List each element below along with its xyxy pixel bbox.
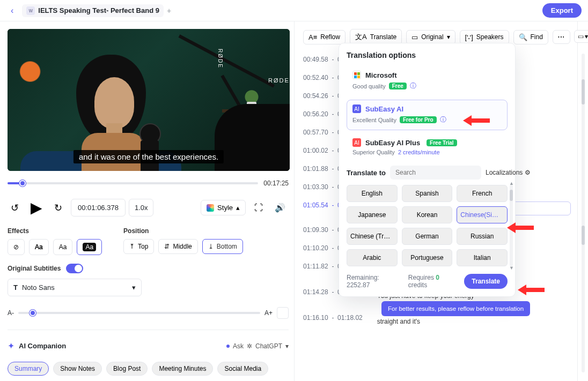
- ai-tab-blog-post[interactable]: Blog Post: [106, 362, 148, 376]
- editor-tab[interactable]: w IELTS Speaking Test- Perfect Band 9: [22, 4, 164, 17]
- subtitle-timestamp: 01:00.02 - 0: [303, 147, 341, 154]
- language-option[interactable]: Portuguese: [402, 249, 453, 266]
- effect-invert[interactable]: Aa: [77, 239, 102, 255]
- language-option[interactable]: Korean: [402, 206, 453, 223]
- font-color-picker[interactable]: [277, 307, 289, 319]
- subtitle-timestamp: 01:16.10 - 01:18.02: [303, 314, 363, 322]
- reflow-button[interactable]: A≡Reflow: [303, 30, 346, 44]
- more-button[interactable]: ···: [553, 30, 570, 44]
- language-option[interactable]: German: [402, 228, 453, 245]
- subtitle-timestamp: 00:54.26 - 0: [303, 92, 341, 100]
- style-button[interactable]: Style ▴: [201, 200, 246, 215]
- info-icon[interactable]: ⓘ: [440, 115, 446, 124]
- ai-tab-meeting-minutes[interactable]: Meeting Minutes: [152, 362, 213, 376]
- language-option[interactable]: English: [347, 185, 398, 202]
- language-option[interactable]: Arabic: [347, 249, 398, 266]
- view-mode-button[interactable]: ▭▾: [574, 30, 588, 43]
- scrollbar-thumb-2[interactable]: [582, 226, 585, 245]
- effects-title: Effects: [8, 227, 102, 235]
- subeasy-ai-icon: AI: [352, 104, 361, 113]
- effect-plain[interactable]: Aa: [53, 239, 73, 255]
- subtitle-timestamp: 00:49.58 - 0: [303, 56, 341, 63]
- language-option[interactable]: Russian: [457, 228, 508, 245]
- rewind-button[interactable]: ↺: [8, 199, 22, 217]
- video-preview[interactable]: RØDE RØDE and it was one of the best exp…: [8, 29, 290, 171]
- subtitle-text[interactable]: straight and it's: [372, 314, 571, 329]
- timecode-input[interactable]: 00:01:06.378: [71, 199, 126, 216]
- scrollbar[interactable]: [582, 54, 585, 372]
- find-button[interactable]: 🔍Find: [513, 30, 548, 44]
- forward-button[interactable]: ↻: [51, 199, 65, 217]
- remaining-label: Remaining: 2252.87: [347, 274, 403, 289]
- back-button[interactable]: ‹: [6, 4, 18, 18]
- original-select[interactable]: ▭Original▾: [406, 30, 455, 44]
- ai-tab-summary[interactable]: Summary: [8, 362, 49, 376]
- original-subtitles-label: Original Subtitles: [8, 265, 61, 272]
- option-microsoft[interactable]: Microsoft Good quality Free ⓘ: [347, 66, 508, 96]
- language-option[interactable]: Italian: [457, 249, 508, 266]
- scroll-down-icon[interactable]: ▼: [509, 265, 514, 271]
- ask-label: Ask: [233, 342, 244, 350]
- subtitle-timestamp: 01:01.88 - 0: [303, 165, 341, 173]
- search-icon: 🔍: [519, 33, 527, 41]
- font-size-knob[interactable]: [30, 310, 36, 316]
- card-icon: ▭: [578, 33, 584, 40]
- ban-icon: ⊘: [13, 243, 19, 251]
- chevron-down-icon: ▾: [447, 33, 450, 41]
- export-button[interactable]: Export: [542, 3, 582, 18]
- subtitle-timestamp: 01:05.54 - 0: [303, 201, 341, 209]
- add-tab-button[interactable]: +: [167, 6, 171, 15]
- effect-outline[interactable]: Aa: [29, 239, 49, 255]
- play-button[interactable]: ▶: [27, 196, 46, 220]
- speakers-button[interactable]: [∵]Speakers: [460, 30, 509, 44]
- language-option[interactable]: Chinese(Simpl...: [457, 206, 508, 223]
- language-option[interactable]: Chinese (Tradi...: [347, 228, 398, 245]
- subtitle-timestamp: 00:56.20 - 0: [303, 110, 341, 118]
- translate-confirm-button[interactable]: Translate: [464, 274, 508, 289]
- requires-label: Requires 0 credits: [408, 274, 459, 289]
- info-icon[interactable]: ⓘ: [410, 81, 416, 91]
- subtitle-row[interactable]: 01:16.10 - 01:18.02straight and it's: [303, 314, 571, 329]
- align-top-icon: ⤒: [129, 243, 135, 250]
- translation-popover: Translation options Microsoft Good quali…: [339, 43, 516, 297]
- popover-title: Translation options: [347, 51, 508, 59]
- align-middle-icon: ⇵: [164, 243, 170, 250]
- annotation-arrow-1: [463, 113, 490, 129]
- ai-tab-social-media[interactable]: Social Media: [217, 362, 268, 376]
- position-middle[interactable]: ⇵Middle: [158, 239, 197, 254]
- effect-none[interactable]: ⊘: [8, 239, 25, 255]
- language-option[interactable]: French: [457, 185, 508, 202]
- tab-title: IELTS Speaking Test- Perfect Band 9: [38, 6, 159, 14]
- subtitle-timestamp: 00:52.40 - 0: [303, 74, 341, 81]
- fullscreen-button[interactable]: ⛶: [251, 200, 266, 216]
- volume-button[interactable]: 🔊: [271, 199, 289, 216]
- position-top[interactable]: ⤒Top: [123, 239, 154, 254]
- chevron-up-icon: ▴: [236, 204, 240, 212]
- original-subtitles-toggle[interactable]: [66, 264, 83, 273]
- provider-name: ChatGPT: [255, 342, 282, 350]
- sparkle-icon: ✦: [8, 341, 14, 351]
- speed-select[interactable]: 1.0x: [129, 199, 154, 216]
- annotation-arrow-2: [507, 220, 534, 236]
- seek-bar[interactable]: [8, 182, 258, 184]
- language-option[interactable]: Japanese: [347, 206, 398, 223]
- style-icon: [207, 204, 214, 212]
- subeasy-ai-plus-icon: AI: [352, 138, 361, 147]
- font-size-slider[interactable]: [18, 312, 260, 314]
- position-bottom[interactable]: ⤓Bottom: [202, 239, 243, 254]
- font-select[interactable]: T Noto Sans ▾: [8, 279, 142, 296]
- align-bottom-icon: ⤓: [208, 243, 214, 250]
- chevron-down-icon[interactable]: ▾: [285, 342, 289, 350]
- svg-marker-1: [507, 222, 534, 233]
- brand-rode-2: RØDE: [268, 77, 290, 84]
- localizations-button[interactable]: Localizations⚙: [486, 169, 531, 176]
- decor-foreground: [215, 104, 290, 171]
- sliders-icon: ⚙: [525, 169, 531, 176]
- seek-knob[interactable]: [19, 180, 26, 186]
- scrollbar-thumb[interactable]: [582, 79, 585, 105]
- language-search-input[interactable]: [390, 166, 481, 180]
- ai-tab-show-notes[interactable]: Show Notes: [53, 362, 102, 376]
- language-option[interactable]: Spanish: [402, 185, 453, 202]
- option-subeasy-ai-plus[interactable]: AI SubEasy AI Plus Free Trial Superior Q…: [347, 133, 508, 161]
- svg-marker-2: [518, 285, 545, 295]
